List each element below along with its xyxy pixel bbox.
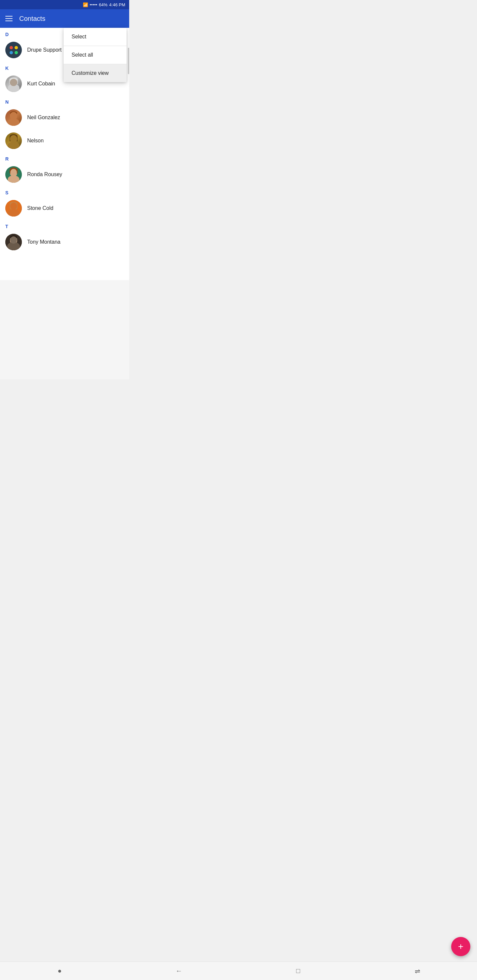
svg-point-27 <box>14 172 16 173</box>
empty-space <box>0 280 129 379</box>
avatar <box>5 200 22 216</box>
svg-rect-3 <box>9 80 11 84</box>
neil-avatar-svg <box>5 109 22 126</box>
dot-red <box>10 46 13 49</box>
dot-blue <box>10 51 13 54</box>
app-title: Contacts <box>19 15 124 22</box>
wifi-icon: 📶 <box>83 2 88 7</box>
contact-name: Neil Gonzalez <box>27 115 60 121</box>
status-icons: 📶 ••••• 64% 4:46 PM <box>83 2 125 7</box>
status-time: 4:46 PM <box>109 2 125 7</box>
svg-point-11 <box>11 115 13 117</box>
svg-point-29 <box>7 212 20 216</box>
svg-point-13 <box>8 144 19 149</box>
avatar <box>5 166 22 183</box>
svg-point-15 <box>10 134 18 139</box>
dropdown-menu: Select Select all Customize view <box>64 28 126 82</box>
svg-point-2 <box>9 78 18 83</box>
list-item[interactable]: Ronda Rousey <box>0 163 129 186</box>
section-label-r: R <box>0 152 129 163</box>
list-item[interactable]: Stone Cold <box>0 197 129 220</box>
svg-point-9 <box>10 111 17 120</box>
svg-point-8 <box>8 121 19 126</box>
dropdown-item-select[interactable]: Select <box>64 28 126 46</box>
svg-rect-17 <box>16 137 18 142</box>
hamburger-menu[interactable] <box>5 16 13 21</box>
app-bar: Contacts <box>0 9 129 28</box>
svg-line-34 <box>11 205 13 205</box>
svg-point-33 <box>14 205 16 207</box>
status-bar: 📶 ••••• 64% 4:46 PM <box>0 0 129 9</box>
nelson-avatar-svg <box>5 132 22 149</box>
avatar <box>5 42 22 58</box>
list-item[interactable]: Tony Montana <box>0 231 129 254</box>
section-label-s: S <box>0 186 129 197</box>
dropdown-item-select-all[interactable]: Select all <box>64 46 126 64</box>
avatar <box>5 109 22 126</box>
list-item[interactable]: Neil Gonzalez <box>0 106 129 129</box>
list-item[interactable]: Nelson <box>0 129 129 152</box>
svg-point-19 <box>14 138 16 140</box>
contact-name: Tony Montana <box>27 239 61 245</box>
avatar <box>5 132 22 149</box>
svg-point-40 <box>11 239 13 241</box>
contact-name: Drupe Support <box>27 47 62 53</box>
svg-rect-5 <box>10 82 13 84</box>
ronda-avatar-svg <box>5 166 22 183</box>
svg-point-21 <box>8 177 19 183</box>
svg-point-41 <box>14 239 16 241</box>
section-label-t: T <box>0 220 129 231</box>
avatar <box>5 234 22 250</box>
drupe-logo <box>6 43 21 57</box>
section-label-n: N <box>0 95 129 106</box>
svg-point-18 <box>11 138 13 140</box>
contact-name: Stone Cold <box>27 205 53 211</box>
scrollbar-track <box>128 28 129 280</box>
battery-percentage: 64% <box>99 2 108 7</box>
svg-rect-16 <box>10 137 11 142</box>
scrollbar-thumb[interactable] <box>128 48 129 74</box>
svg-point-31 <box>10 202 18 206</box>
svg-point-32 <box>11 205 13 207</box>
svg-point-39 <box>10 235 17 239</box>
dot-yellow <box>14 46 18 49</box>
svg-point-14 <box>10 135 17 143</box>
svg-rect-24 <box>10 170 11 173</box>
svg-rect-25 <box>16 170 18 173</box>
contact-name: Kurt Cobain <box>27 81 55 87</box>
stone-avatar-svg <box>5 200 22 216</box>
contact-name: Nelson <box>27 138 44 144</box>
svg-line-35 <box>14 205 16 205</box>
avatar <box>5 75 22 92</box>
svg-point-10 <box>10 111 17 115</box>
dropdown-item-customize-view[interactable]: Customize view <box>64 64 126 82</box>
svg-point-22 <box>10 169 17 177</box>
contact-name: Ronda Rousey <box>27 172 62 177</box>
svg-rect-4 <box>17 80 18 84</box>
svg-rect-36 <box>5 234 22 250</box>
svg-point-12 <box>14 115 16 117</box>
dot-green <box>14 51 18 54</box>
signal-icon: ••••• <box>90 2 97 7</box>
svg-point-37 <box>7 246 20 250</box>
tony-avatar-svg <box>5 234 22 250</box>
svg-point-26 <box>11 172 13 173</box>
kurt-avatar-svg <box>5 75 22 92</box>
svg-rect-6 <box>14 82 17 84</box>
svg-point-0 <box>8 86 19 92</box>
